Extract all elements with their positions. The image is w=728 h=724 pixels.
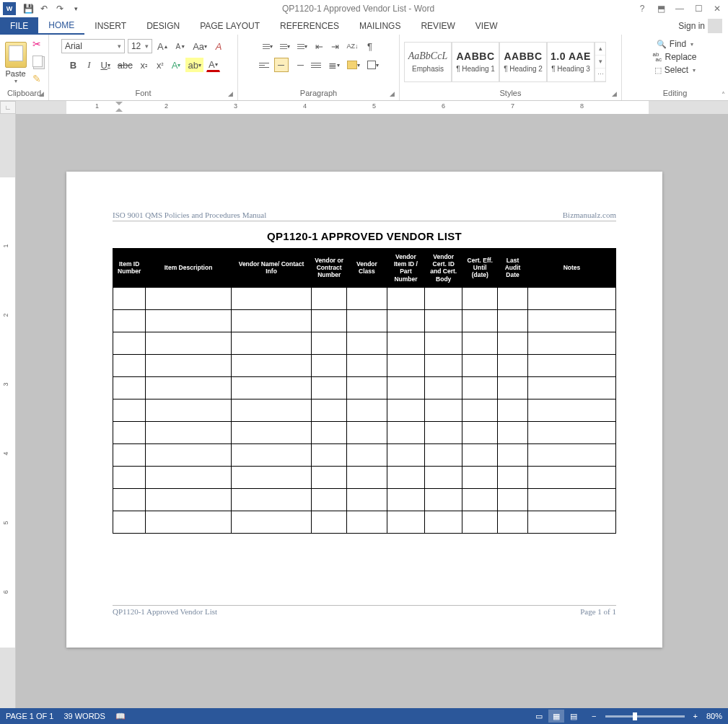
table-cell[interactable]	[347, 443, 387, 466]
table-header-cell[interactable]: Vendor Name/ Contact Info	[231, 249, 312, 288]
table-cell[interactable]	[146, 287, 231, 309]
table-cell[interactable]	[498, 376, 528, 399]
table-cell[interactable]	[113, 421, 146, 443]
table-cell[interactable]	[527, 421, 615, 443]
styles-down-icon[interactable]: ▾	[595, 56, 605, 69]
table-cell[interactable]	[527, 354, 615, 376]
shading-icon[interactable]: ▾	[345, 58, 362, 72]
table-cell[interactable]	[312, 287, 347, 309]
table-cell[interactable]	[312, 376, 347, 399]
table-cell[interactable]	[347, 354, 387, 376]
table-cell[interactable]	[498, 488, 528, 511]
table-cell[interactable]	[113, 399, 146, 421]
style--heading-2[interactable]: AABBC¶ Heading 2	[499, 42, 547, 82]
table-header-cell[interactable]: Vendor Item ID / Part Number	[387, 249, 424, 288]
styles-more-icon[interactable]: ⋯	[595, 69, 605, 81]
table-cell[interactable]	[231, 488, 312, 511]
sort-icon[interactable]	[344, 39, 360, 53]
table-row[interactable]	[113, 443, 616, 466]
grow-font-icon[interactable]	[155, 39, 171, 53]
table-cell[interactable]	[527, 511, 615, 533]
styles-up-icon[interactable]: ▴	[595, 43, 605, 56]
table-header-cell[interactable]: Last Audit Date	[498, 249, 528, 288]
table-cell[interactable]	[527, 332, 615, 354]
table-cell[interactable]	[387, 354, 424, 376]
help-icon[interactable]: ?	[634, 1, 650, 16]
table-cell[interactable]	[312, 399, 347, 421]
table-cell[interactable]	[462, 399, 498, 421]
table-header-cell[interactable]: Vendor Cert. ID and Cert. Body	[425, 249, 462, 288]
table-cell[interactable]	[387, 309, 424, 332]
zoom-slider-thumb[interactable]	[633, 712, 637, 720]
table-cell[interactable]	[425, 309, 462, 332]
highlight-icon[interactable]: ab▾	[185, 58, 203, 72]
table-cell[interactable]	[231, 287, 312, 309]
vertical-ruler[interactable]: 123456	[0, 114, 16, 708]
status-proofing-icon[interactable]: 📖	[115, 712, 126, 721]
table-cell[interactable]	[498, 354, 528, 376]
table-cell[interactable]	[498, 309, 528, 332]
table-cell[interactable]	[231, 511, 312, 533]
shrink-font-icon[interactable]	[174, 39, 188, 53]
bold-button[interactable]: B	[66, 58, 79, 72]
table-cell[interactable]	[231, 443, 312, 466]
table-cell[interactable]	[498, 511, 528, 533]
show-hide-marks-icon[interactable]	[364, 39, 377, 53]
table-row[interactable]	[113, 488, 616, 511]
table-cell[interactable]	[231, 466, 312, 488]
tab-references[interactable]: REFERENCES	[270, 17, 349, 35]
table-cell[interactable]	[498, 287, 528, 309]
table-cell[interactable]	[146, 399, 231, 421]
align-left-icon[interactable]	[257, 58, 271, 72]
table-cell[interactable]	[231, 354, 312, 376]
table-cell[interactable]	[527, 399, 615, 421]
tab-review[interactable]: REVIEW	[411, 17, 465, 35]
decrease-indent-icon[interactable]	[312, 39, 325, 53]
table-cell[interactable]	[113, 376, 146, 399]
table-cell[interactable]	[146, 354, 231, 376]
table-cell[interactable]	[113, 287, 146, 309]
table-cell[interactable]	[387, 287, 424, 309]
table-cell[interactable]	[425, 443, 462, 466]
table-cell[interactable]	[312, 488, 347, 511]
table-cell[interactable]	[312, 443, 347, 466]
table-cell[interactable]	[498, 443, 528, 466]
web-layout-icon[interactable]: ▤	[566, 710, 582, 723]
table-cell[interactable]	[113, 332, 146, 354]
table-cell[interactable]	[231, 332, 312, 354]
change-case-icon[interactable]: Aa▾	[190, 39, 209, 53]
styles-launcher-icon[interactable]: ◢	[612, 90, 617, 97]
table-cell[interactable]	[425, 488, 462, 511]
table-cell[interactable]	[387, 421, 424, 443]
table-row[interactable]	[113, 376, 616, 399]
cut-icon[interactable]: ✂	[32, 38, 45, 51]
table-cell[interactable]	[498, 399, 528, 421]
tab-insert[interactable]: INSERT	[84, 17, 136, 35]
table-cell[interactable]	[527, 466, 615, 488]
text-effects-icon[interactable]: A▾	[170, 58, 183, 72]
sign-in-link[interactable]: Sign in	[672, 17, 728, 35]
undo-icon[interactable]: ↶	[38, 2, 51, 15]
table-cell[interactable]	[347, 466, 387, 488]
table-cell[interactable]	[462, 354, 498, 376]
table-cell[interactable]	[425, 354, 462, 376]
table-cell[interactable]	[498, 332, 528, 354]
table-cell[interactable]	[425, 511, 462, 533]
zoom-level[interactable]: 80%	[706, 712, 722, 720]
font-launcher-icon[interactable]: ◢	[228, 90, 233, 97]
status-page[interactable]: PAGE 1 OF 1	[6, 712, 53, 720]
font-size-combo[interactable]: 12▾	[128, 39, 152, 53]
table-cell[interactable]	[347, 287, 387, 309]
align-right-icon[interactable]	[291, 58, 306, 72]
table-cell[interactable]	[113, 488, 146, 511]
table-cell[interactable]	[347, 376, 387, 399]
table-header-cell[interactable]: Notes	[527, 249, 615, 288]
table-cell[interactable]	[146, 332, 231, 354]
print-layout-icon[interactable]: ▦	[548, 710, 564, 723]
table-cell[interactable]	[527, 309, 615, 332]
table-cell[interactable]	[425, 466, 462, 488]
table-cell[interactable]	[387, 488, 424, 511]
zoom-slider[interactable]	[605, 715, 685, 718]
borders-icon[interactable]: ▾	[365, 58, 381, 72]
table-cell[interactable]	[387, 466, 424, 488]
